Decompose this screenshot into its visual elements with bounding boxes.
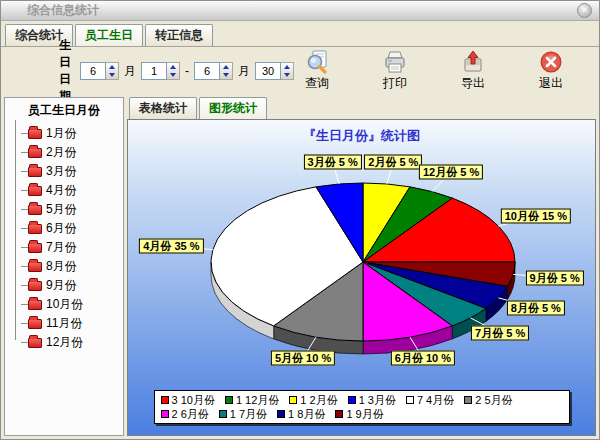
pie-slice-callout: 5月份 10 % bbox=[271, 351, 335, 366]
legend-swatch bbox=[161, 396, 169, 404]
search-icon bbox=[305, 50, 329, 74]
folder-icon bbox=[28, 338, 42, 348]
spin-up-icon[interactable] bbox=[109, 65, 115, 69]
day-to-spin-buttons[interactable] bbox=[281, 62, 294, 80]
window-close-icon[interactable]: ✕ bbox=[577, 3, 592, 18]
pie-chart-area: 『生日月份』统计图 3 10月份1 12月份1 2月份1 3月份7 4月份2 5… bbox=[127, 119, 596, 436]
legend-label: 1 9月份 bbox=[346, 407, 383, 421]
spin-up-icon[interactable] bbox=[170, 65, 176, 69]
print-button[interactable]: 打印 bbox=[372, 50, 418, 92]
query-button[interactable]: 查询 bbox=[294, 50, 340, 92]
folder-icon bbox=[28, 319, 42, 329]
pie-slice-callout: 3月份 5 % bbox=[304, 155, 362, 170]
legend-swatch bbox=[277, 410, 285, 418]
month-from-spin-buttons[interactable] bbox=[106, 62, 119, 80]
tab-table-stats[interactable]: 表格统计 bbox=[129, 97, 197, 119]
range-separator: - bbox=[185, 64, 189, 78]
tree-item-label: 10月份 bbox=[46, 296, 83, 313]
export-button-label: 导出 bbox=[461, 75, 485, 92]
pie-slice-callout: 6月份 10 % bbox=[391, 351, 455, 366]
tab-graph-stats[interactable]: 图形统计 bbox=[199, 97, 267, 119]
month-unit-label: 月 bbox=[124, 63, 136, 80]
print-button-label: 打印 bbox=[383, 75, 407, 92]
day-from-spin-buttons[interactable] bbox=[167, 62, 180, 80]
printer-icon bbox=[383, 50, 407, 74]
month-from-spinner bbox=[80, 62, 119, 80]
folder-icon bbox=[28, 205, 42, 215]
statistics-panel: 表格统计 图形统计 『生日月份』统计图 3 10月份1 12月份1 2月份1 3… bbox=[127, 97, 596, 436]
day-from-input[interactable] bbox=[141, 62, 167, 80]
tree-item-month[interactable]: 12月份 bbox=[11, 333, 123, 352]
tree-item-month[interactable]: 1月份 bbox=[11, 124, 123, 143]
tree-item-month[interactable]: 7月份 bbox=[11, 238, 123, 257]
tree-item-label: 4月份 bbox=[46, 182, 77, 199]
month-from-input[interactable] bbox=[80, 62, 106, 80]
tree-item-label: 5月份 bbox=[46, 201, 77, 218]
tree-item-label: 2月份 bbox=[46, 144, 77, 161]
legend-swatch bbox=[406, 396, 414, 404]
folder-icon bbox=[28, 262, 42, 272]
tree-item-label: 8月份 bbox=[46, 258, 77, 275]
month-to-spin-buttons[interactable] bbox=[220, 62, 233, 80]
legend-label: 2 6月份 bbox=[172, 407, 209, 421]
tree-item-month[interactable]: 5月份 bbox=[11, 200, 123, 219]
spin-up-icon[interactable] bbox=[223, 65, 229, 69]
day-to-spinner bbox=[255, 62, 294, 80]
tree-item-label: 9月份 bbox=[46, 277, 77, 294]
tree-item-month[interactable]: 11月份 bbox=[11, 314, 123, 333]
day-to-input[interactable] bbox=[255, 62, 281, 80]
tree-item-month[interactable]: 3月份 bbox=[11, 162, 123, 181]
legend-swatch bbox=[219, 410, 227, 418]
legend-item: 1 8月份 bbox=[277, 407, 325, 421]
folder-icon bbox=[28, 129, 42, 139]
month-to-input[interactable] bbox=[194, 62, 220, 80]
tree-item-label: 1月份 bbox=[46, 125, 77, 142]
toolbar-buttons: 查询 打印 导出 bbox=[294, 50, 590, 92]
legend-item: 1 3月份 bbox=[348, 393, 396, 407]
legend-item: 7 4月份 bbox=[406, 393, 454, 407]
title-bar: 综合信息统计 ✕ bbox=[1, 1, 599, 21]
sidebar-panel: 员工生日月份 1月份2月份3月份4月份5月份6月份7月份8月份9月份10月份11… bbox=[4, 97, 124, 436]
tree-item-month[interactable]: 2月份 bbox=[11, 143, 123, 162]
legend-item: 2 6月份 bbox=[161, 407, 209, 421]
exit-button[interactable]: 退出 bbox=[528, 50, 574, 92]
pie-slice-callout: 4月份 35 % bbox=[139, 239, 203, 254]
legend-label: 1 12月份 bbox=[236, 393, 279, 407]
folder-icon bbox=[28, 224, 42, 234]
tree-item-month[interactable]: 9月份 bbox=[11, 276, 123, 295]
birthday-month-tree: 1月份2月份3月份4月份5月份6月份7月份8月份9月份10月份11月份12月份 bbox=[5, 122, 123, 352]
tree-item-label: 12月份 bbox=[46, 334, 83, 351]
legend-item: 1 12月份 bbox=[225, 393, 279, 407]
tree-item-month[interactable]: 8月份 bbox=[11, 257, 123, 276]
legend-swatch bbox=[348, 396, 356, 404]
legend-item: 1 9月份 bbox=[335, 407, 383, 421]
legend-item: 3 10月份 bbox=[161, 393, 215, 407]
folder-icon bbox=[28, 186, 42, 196]
folder-icon bbox=[28, 300, 42, 310]
tree-item-month[interactable]: 4月份 bbox=[11, 181, 123, 200]
spin-down-icon[interactable] bbox=[223, 73, 229, 77]
month-to-spinner bbox=[194, 62, 233, 80]
folder-icon bbox=[28, 148, 42, 158]
spin-up-icon[interactable] bbox=[284, 65, 290, 69]
chart-legend: 3 10月份1 12月份1 2月份1 3月份7 4月份2 5月份2 6月份1 7… bbox=[154, 390, 570, 424]
spin-down-icon[interactable] bbox=[109, 73, 115, 77]
tree-item-month[interactable]: 10月份 bbox=[11, 295, 123, 314]
folder-icon bbox=[28, 167, 42, 177]
tree-item-month[interactable]: 6月份 bbox=[11, 219, 123, 238]
legend-swatch bbox=[225, 396, 233, 404]
close-circle-icon bbox=[539, 50, 563, 74]
spin-down-icon[interactable] bbox=[170, 73, 176, 77]
legend-swatch bbox=[464, 396, 472, 404]
legend-item: 2 5月份 bbox=[464, 393, 512, 407]
legend-label: 2 5月份 bbox=[475, 393, 512, 407]
toolbar: 生日日期 月 - 月 bbox=[1, 47, 599, 95]
legend-label: 7 4月份 bbox=[417, 393, 454, 407]
exit-button-label: 退出 bbox=[539, 75, 563, 92]
panel-tab-bar: 表格统计 图形统计 bbox=[127, 97, 596, 119]
spin-down-icon[interactable] bbox=[284, 73, 290, 77]
app-window: 综合信息统计 ✕ 综合统计 员工生日 转正信息 生日日期 月 - 月 bbox=[0, 0, 600, 440]
pie-slice-callout: 7月份 5 % bbox=[471, 326, 529, 341]
export-button[interactable]: 导出 bbox=[450, 50, 496, 92]
sidebar-header: 员工生日月份 bbox=[5, 98, 123, 122]
